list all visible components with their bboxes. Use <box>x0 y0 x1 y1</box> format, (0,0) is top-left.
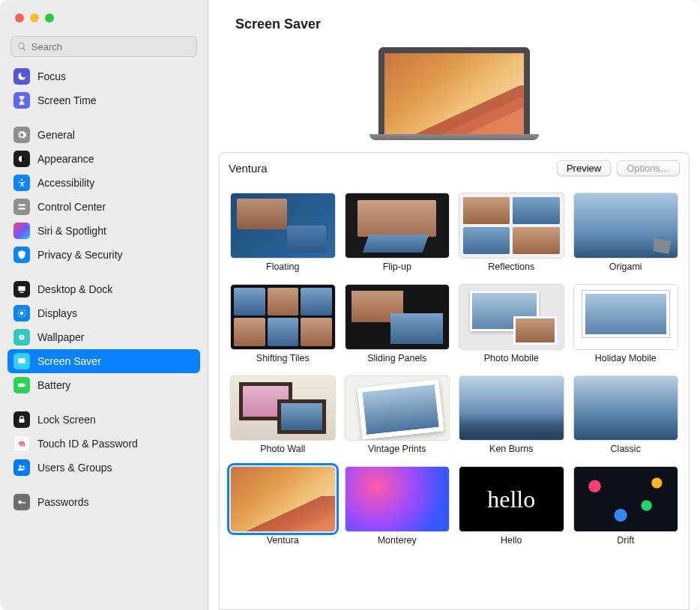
saver-thumbnail <box>230 375 336 441</box>
saver-hello[interactable]: hello Hello <box>459 466 564 546</box>
sidebar-item-screen-time[interactable]: Screen Time <box>7 88 200 112</box>
touch-id-icon <box>13 435 30 452</box>
saver-thumbnail <box>573 284 679 350</box>
sidebar-item-label: Screen Time <box>37 94 97 106</box>
laptop-graphic <box>378 47 530 140</box>
zoom-button[interactable] <box>45 13 54 22</box>
saver-floating[interactable]: Floating <box>230 193 336 272</box>
system-settings-window: Focus Screen Time General Appearance Acc… <box>0 0 700 610</box>
sidebar-item-label: Siri & Spotlight <box>37 225 106 237</box>
sidebar-item-wallpaper[interactable]: Wallpaper <box>7 325 200 349</box>
saver-sliding-panels[interactable]: Sliding Panels <box>345 284 450 363</box>
svg-point-1 <box>21 179 22 181</box>
sidebar-item-privacy-security[interactable]: Privacy & Security <box>7 243 200 267</box>
selected-saver-name: Ventura <box>229 162 551 175</box>
sidebar-item-battery[interactable]: Battery <box>7 373 200 397</box>
svg-rect-9 <box>18 358 25 363</box>
saver-thumbnail <box>230 466 336 532</box>
sidebar-scroll[interactable]: Focus Screen Time General Appearance Acc… <box>0 64 208 610</box>
saver-thumbnail <box>459 284 564 350</box>
saver-thumbnail <box>459 375 564 441</box>
options-button[interactable]: Options… <box>617 160 680 176</box>
screen-saver-icon <box>13 353 30 369</box>
sidebar-item-accessibility[interactable]: Accessibility <box>7 171 200 195</box>
saver-grid-scroll[interactable]: Floating Flip-up Reflections Origami Shi… <box>219 184 690 610</box>
saver-thumbnail <box>345 375 450 441</box>
saver-label: Classic <box>611 444 641 454</box>
search-icon <box>17 41 27 52</box>
sidebar-item-focus[interactable]: Focus <box>7 64 200 88</box>
svg-point-14 <box>22 465 25 468</box>
saver-origami[interactable]: Origami <box>573 193 679 272</box>
sidebar-item-passwords[interactable]: Passwords <box>7 490 200 514</box>
svg-rect-5 <box>19 292 24 293</box>
saver-thumbnail <box>573 193 679 259</box>
saver-classic[interactable]: Classic <box>573 375 679 455</box>
search-field[interactable] <box>10 36 197 57</box>
svg-point-6 <box>20 312 24 315</box>
accessibility-icon <box>13 175 30 191</box>
saver-label: Photo Mobile <box>484 353 539 363</box>
svg-point-15 <box>18 501 22 504</box>
users-groups-icon <box>13 459 30 476</box>
search-input[interactable] <box>31 41 190 52</box>
saver-holiday-mobile[interactable]: Holiday Mobile <box>573 284 679 363</box>
preview-button[interactable]: Preview <box>557 160 611 176</box>
sidebar-item-general[interactable]: General <box>7 123 200 147</box>
lock-screen-icon <box>13 411 30 428</box>
sidebar-item-label: Desktop & Dock <box>37 283 112 295</box>
screen-saver-preview <box>208 43 700 145</box>
sidebar-item-touch-id[interactable]: Touch ID & Password <box>7 432 200 456</box>
close-button[interactable] <box>15 13 24 22</box>
desktop-dock-icon <box>13 281 30 298</box>
sidebar-item-screen-saver[interactable]: Screen Saver <box>7 349 200 373</box>
saver-monterey[interactable]: Monterey <box>345 466 450 546</box>
saver-label: Floating <box>266 262 299 272</box>
sidebar-item-label: Accessibility <box>37 177 94 189</box>
saver-shifting-tiles[interactable]: Shifting Tiles <box>230 284 336 363</box>
svg-rect-2 <box>18 205 25 206</box>
sidebar-item-siri-spotlight[interactable]: Siri & Spotlight <box>7 219 200 243</box>
control-center-icon <box>13 199 30 215</box>
sidebar-item-control-center[interactable]: Control Center <box>7 195 200 219</box>
saver-reflections[interactable]: Reflections <box>459 193 564 272</box>
siri-icon <box>13 223 30 239</box>
saver-flip-up[interactable]: Flip-up <box>345 193 450 272</box>
sidebar-item-label: Screen Saver <box>37 355 101 367</box>
saver-photo-mobile[interactable]: Photo Mobile <box>459 284 564 363</box>
saver-thumbnail <box>345 284 450 350</box>
svg-point-8 <box>21 336 22 338</box>
wallpaper-icon <box>13 329 30 345</box>
saver-photo-wall[interactable]: Photo Wall <box>230 375 336 455</box>
sidebar-item-displays[interactable]: Displays <box>7 301 200 325</box>
displays-icon <box>13 305 30 321</box>
main-content: Screen Saver Ventura Preview Options… Fl… <box>208 0 700 610</box>
saver-ken-burns[interactable]: Ken Burns <box>459 375 564 455</box>
saver-thumbnail <box>230 193 336 259</box>
saver-vintage-prints[interactable]: Vintage Prints <box>345 375 450 455</box>
sidebar-item-users-groups[interactable]: Users & Groups <box>7 456 200 480</box>
saver-label: Reflections <box>488 262 534 272</box>
sidebar-item-label: Touch ID & Password <box>37 438 138 450</box>
saver-label: Holiday Mobile <box>595 353 657 363</box>
selection-toolbar: Ventura Preview Options… <box>219 152 690 184</box>
sidebar-item-label: Focus <box>37 70 66 82</box>
saver-label: Vintage Prints <box>368 444 426 454</box>
hello-text: hello <box>487 486 535 513</box>
svg-rect-4 <box>18 286 25 291</box>
saver-ventura[interactable]: Ventura <box>230 466 336 546</box>
sidebar-item-label: Lock Screen <box>37 414 96 426</box>
sidebar-item-label: Control Center <box>37 201 106 213</box>
svg-point-13 <box>19 465 22 468</box>
saver-thumbnail <box>573 375 679 441</box>
sidebar-item-appearance[interactable]: Appearance <box>7 147 200 171</box>
appearance-icon <box>13 151 30 167</box>
sidebar-item-desktop-dock[interactable]: Desktop & Dock <box>7 277 200 301</box>
focus-icon <box>13 68 30 85</box>
sidebar-item-lock-screen[interactable]: Lock Screen <box>7 408 200 432</box>
minimize-button[interactable] <box>30 13 39 22</box>
saver-label: Origami <box>609 262 642 272</box>
saver-drift[interactable]: Drift <box>573 466 679 546</box>
sidebar-item-label: Displays <box>37 307 77 319</box>
svg-rect-11 <box>25 384 25 386</box>
